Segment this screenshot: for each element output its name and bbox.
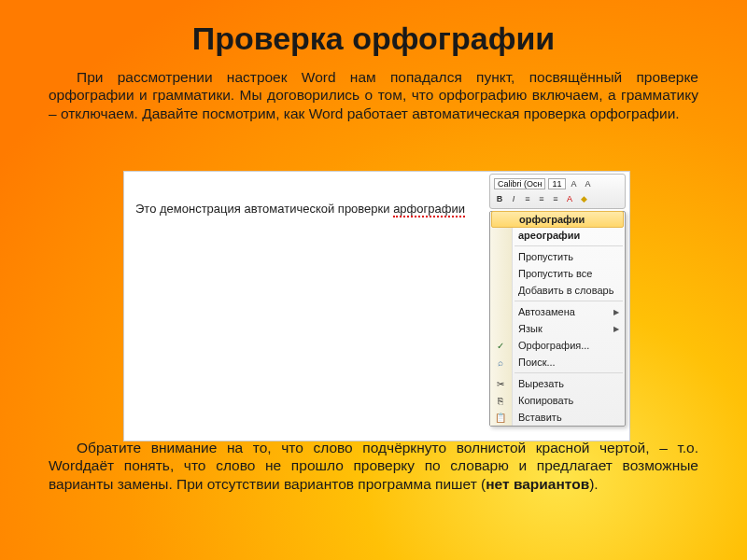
menu-suggestion-2[interactable]: ареографии <box>490 227 625 244</box>
submenu-arrow-icon: ▶ <box>613 325 619 333</box>
italic-icon[interactable]: I <box>508 193 519 204</box>
shrink-font-icon[interactable]: A <box>583 178 594 189</box>
menu-skip-all[interactable]: Пропустить все <box>490 265 625 282</box>
para2-bold: нет вариантов <box>486 476 589 492</box>
menu-spelling[interactable]: ✓Орфография... <box>490 337 625 354</box>
misspelled-word: арфографии <box>393 202 465 217</box>
mini-toolbar: Calibri (Осн 11 A A B I ≡ ≡ ≡ A ◆ <box>489 174 626 209</box>
menu-find[interactable]: ⌕Поиск... <box>490 354 625 371</box>
menu-copy[interactable]: ⎘Копировать <box>490 392 625 409</box>
font-name-box[interactable]: Calibri (Осн <box>494 178 545 189</box>
menu-autocorrect-label: Автозамена <box>518 306 575 317</box>
demo-sentence: Это демонстрация автоматической проверки… <box>135 202 465 216</box>
menu-paste[interactable]: 📋Вставить <box>490 409 625 426</box>
menu-autocorrect[interactable]: Автозамена▶ <box>490 303 625 320</box>
toolbar-row-2: B I ≡ ≡ ≡ A ◆ <box>494 191 621 206</box>
find-icon: ⌕ <box>494 356 507 369</box>
demo-prefix: Это демонстрация автоматической проверки <box>135 202 393 216</box>
spellcheck-icon: ✓ <box>494 339 507 352</box>
menu-copy-label: Копировать <box>518 395 573 406</box>
menu-separator <box>514 372 623 373</box>
menu-cut[interactable]: ✂Вырезать <box>490 375 625 392</box>
menu-language-label: Язык <box>518 323 543 334</box>
menu-skip[interactable]: Пропустить <box>490 248 625 265</box>
format-painter-icon[interactable]: ◆ <box>578 193 589 204</box>
menu-add-dictionary[interactable]: Добавить в словарь <box>490 282 625 299</box>
toolbar-row-1: Calibri (Осн 11 A A <box>494 176 621 191</box>
context-menu: орфографии ареографии Пропустить Пропуст… <box>489 211 626 427</box>
slide-title: Проверка орфографии <box>0 0 747 68</box>
word-screenshot: Это демонстрация автоматической проверки… <box>123 171 630 441</box>
para2-part-a: Обратите внимание на то, что слово подчё… <box>49 440 698 492</box>
menu-separator <box>514 301 623 301</box>
font-size-box[interactable]: 11 <box>548 178 565 189</box>
grow-font-icon[interactable]: A <box>569 178 580 189</box>
menu-language[interactable]: Язык▶ <box>490 320 625 337</box>
menu-find-label: Поиск... <box>518 357 556 368</box>
paragraph-1: При рассмотрении настроек Word нам попад… <box>0 68 747 122</box>
align-icon[interactable]: ≡ <box>522 193 533 204</box>
highlight-icon[interactable]: ≡ <box>536 193 547 204</box>
menu-spelling-label: Орфография... <box>518 340 589 351</box>
menu-separator <box>514 245 623 246</box>
menu-cut-label: Вырезать <box>518 378 564 389</box>
paste-icon: 📋 <box>494 411 507 424</box>
paragraph-2: Обратите внимание на то, что слово подчё… <box>0 439 747 493</box>
submenu-arrow-icon: ▶ <box>613 308 619 316</box>
bold-icon[interactable]: B <box>494 193 505 204</box>
menu-paste-label: Вставить <box>518 412 562 423</box>
menu-suggestion-1[interactable]: орфографии <box>491 211 624 228</box>
paragraph-1-text: При рассмотрении настроек Word нам попад… <box>49 68 698 122</box>
font-color-icon[interactable]: A <box>564 193 575 204</box>
para2-part-b: ). <box>589 476 598 492</box>
cut-icon: ✂ <box>494 377 507 390</box>
indent-icon[interactable]: ≡ <box>550 193 561 204</box>
paragraph-2-text: Обратите внимание на то, что слово подчё… <box>49 439 698 493</box>
copy-icon: ⎘ <box>494 394 507 407</box>
